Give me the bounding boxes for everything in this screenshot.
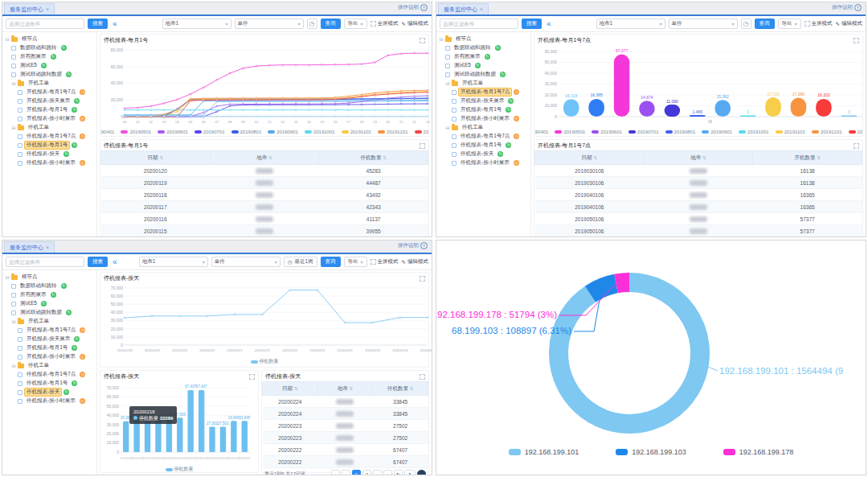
tree-checkbox[interactable] [11,302,16,306]
legend-item[interactable]: 20190701 [194,130,225,134]
legend-item[interactable]: 20190901 [268,130,298,134]
tree-checkbox[interactable] [11,46,16,51]
tree-checkbox[interactable] [445,46,450,51]
page-button[interactable]: ↻ [394,470,403,475]
expand-chart-icon[interactable] [249,374,255,380]
time-range-icon[interactable]: ◷ [307,19,317,29]
tree-item[interactable]: 测试联动跳转数据↻ [5,70,96,79]
export-button[interactable]: 导出▾ [778,19,801,29]
page-button[interactable]: 2 [362,470,371,475]
table-row[interactable]: 201903010616138 [535,177,862,189]
time-range-icon[interactable]: ◷ [741,19,751,29]
tree-checkbox[interactable] [18,328,23,333]
tree-item[interactable]: 所有图展示↻ [5,52,96,61]
tree-checkbox[interactable] [18,337,23,342]
tree-checkbox[interactable] [452,90,457,95]
legend-item[interactable]: 20190601 [592,130,622,134]
tree-checkbox[interactable] [445,72,450,77]
tree-item[interactable]: 测试联动跳转数据↻ [439,70,530,79]
tree-item[interactable]: 停机报表-每月1号7点◷ [5,370,96,379]
edit-mode-button[interactable]: ✎编辑模式 [836,20,862,27]
table-row[interactable]: 201904010616365 [535,189,862,201]
legend-item[interactable]: 192.168.199.103 [616,448,686,456]
collapse-sidebar-icon[interactable]: « [113,258,117,266]
legend-item[interactable]: 20200101 [415,130,428,134]
tree-item[interactable]: 开机报表-按小时展示◷ [5,114,96,123]
table-row[interactable]: 2020022267407 [263,456,428,468]
tree-checkbox[interactable] [18,90,23,95]
tree-checkbox[interactable] [11,64,16,68]
legend-item[interactable]: 20191101 [342,130,371,134]
close-icon[interactable]: × [480,6,483,12]
tree-checkbox[interactable] [18,355,23,360]
tree-item[interactable]: 数据联动和跳转↻ [5,282,96,290]
close-icon[interactable]: × [46,6,49,12]
tree-expander-icon[interactable]: ⊟ [5,36,10,42]
table-row[interactable]: 201905010657377 [535,213,862,225]
search-button[interactable]: 搜索 [522,19,542,29]
expand-table-icon[interactable] [420,143,425,149]
tree-item[interactable]: 开机报表-按小时展示◷ [5,352,96,361]
sort-icon[interactable]: ⇅ [593,155,597,160]
tree-checkbox[interactable] [452,117,457,121]
expand-table-icon[interactable] [420,374,425,380]
edit-mode-button[interactable]: ✎编辑模式 [402,20,428,27]
type-select[interactable]: 单停▾ [669,19,738,29]
tree-item[interactable]: 开机报表-每月1号7点◷ [5,326,96,335]
table-row[interactable]: 2020022327502 [263,432,428,444]
tree-item[interactable]: 停机报表-按小时展示◷ [5,397,96,405]
tree-checkbox[interactable] [18,143,23,148]
sort-icon[interactable]: ⇅ [702,155,706,160]
legend-item[interactable]: 停机数量 [251,358,279,365]
tree-item[interactable]: ⊟停机工单 [439,123,530,132]
tree-checkbox[interactable] [18,381,23,386]
tree-checkbox[interactable] [18,99,23,104]
tree-checkbox[interactable] [18,372,23,377]
tree-item[interactable]: 停机报表-每月1号↻ [5,141,96,150]
legend-item[interactable]: 20191101 [776,130,805,134]
query-button[interactable]: 查询 [321,257,341,267]
tree-checkbox[interactable] [18,399,23,404]
collapse-sidebar-icon[interactable]: « [113,20,117,28]
tree-expander-icon[interactable]: ⊟ [439,36,444,42]
tree-item[interactable]: 停机报表-每月1号↻ [439,141,530,150]
type-select[interactable]: 单停▾ [235,19,304,29]
column-header[interactable]: 停机数量 ⇅ [319,151,428,165]
tree-checkbox[interactable] [452,108,457,113]
tree-item[interactable]: 停机报表-按天↻ [5,150,96,158]
table-row[interactable]: 2020011843492 [101,189,428,201]
query-button[interactable]: 查询 [321,19,341,29]
page-button[interactable]: « [331,470,340,475]
sort-icon[interactable]: ⇅ [294,386,298,391]
tree-item[interactable]: 停机报表-按天↻ [439,150,530,158]
column-header[interactable]: 日期 ⇅ [535,151,645,165]
tree-item[interactable]: 开机报表-按天展示↻ [439,97,530,105]
column-header[interactable]: 开机数量 ⇅ [753,151,862,165]
column-header[interactable]: 停机数量 ⇅ [373,382,428,396]
tree-item[interactable]: 数据联动和跳转↻ [5,43,96,52]
legend-item[interactable]: 20191001 [305,130,335,134]
close-icon[interactable]: × [46,245,49,250]
tree-item[interactable]: 开机报表-每月1号7点◷ [5,88,96,97]
tree-item[interactable]: 停机报表-按天↻ [5,388,96,397]
table-row[interactable]: 2020022327502 [263,420,428,432]
tree-expander-icon[interactable]: ⊟ [445,80,450,86]
tree-checkbox[interactable] [11,293,16,298]
tree-item[interactable]: 开机报表-每月1号↻ [439,105,530,114]
tree-item[interactable]: 开机报表-每月1号7点◷ [439,88,530,97]
tree-checkbox[interactable] [452,161,457,166]
sort-icon[interactable]: ⇅ [268,155,272,160]
tree-checkbox[interactable] [18,152,23,157]
tree-item[interactable]: 开机报表-按天展示↻ [5,97,96,105]
tree-item[interactable]: 停机报表-每月1号7点◷ [439,132,530,141]
fullscreen-mode-button[interactable]: 全屏模式 [805,20,833,27]
tree-item[interactable]: 开机报表-按天展示↻ [5,335,96,343]
tree-item[interactable]: ⊟根节点 [5,35,96,43]
tree-item[interactable]: 测试联动跳转数据↻ [5,308,96,317]
tree-item[interactable]: 停机报表-每月1号7点◷ [5,132,96,141]
legend-item[interactable]: 20200101 [849,130,862,134]
tree-item[interactable]: 开机报表-每月1号↻ [5,105,96,114]
tree-item[interactable]: 数据联动和跳转↻ [439,43,530,52]
legend-item[interactable]: 停机数量 [166,466,194,473]
tree-checkbox[interactable] [11,284,16,289]
